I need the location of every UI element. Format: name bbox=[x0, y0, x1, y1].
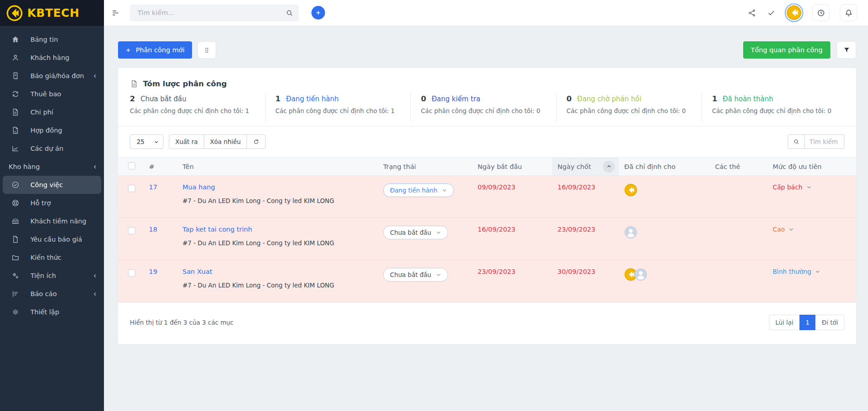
select-all-checkbox[interactable] bbox=[128, 162, 135, 169]
header-assigned[interactable]: Đã chỉ định cho bbox=[619, 158, 710, 176]
sidebar-item-yeu-cau-bao-gia[interactable]: Yêu cầu báo giá bbox=[0, 230, 104, 248]
sidebar-item-khach-hang[interactable]: Khách hàng bbox=[0, 49, 104, 67]
assignee-avatars bbox=[624, 183, 704, 197]
sidebar-item-kien-thuc[interactable]: Kiến thức bbox=[0, 248, 104, 267]
repeat-icon bbox=[11, 90, 20, 98]
header-priority[interactable]: Mức độ ưu tiên bbox=[767, 158, 856, 176]
filter-button[interactable] bbox=[837, 41, 856, 59]
sidebar-item-cong-viec[interactable]: Công việc bbox=[3, 176, 101, 194]
priority-dropdown[interactable]: Cao bbox=[773, 226, 794, 233]
priority-dropdown[interactable]: Cấp bách bbox=[773, 183, 812, 191]
stat-in-progress: 1Đang tiến hành Các phân công được chỉ đ… bbox=[265, 93, 411, 122]
export-button[interactable]: Xuất ra bbox=[169, 134, 204, 149]
task-name-link[interactable]: San Xuat bbox=[182, 268, 212, 275]
check-icon[interactable] bbox=[767, 8, 776, 17]
sidebar-item-thue-bao[interactable]: Thuê bao bbox=[0, 85, 104, 103]
menu-toggle-icon[interactable] bbox=[111, 9, 120, 17]
sidebar-item-cac-du-an[interactable]: Các dự án bbox=[0, 139, 104, 158]
brand-logo[interactable]: KBTECH bbox=[0, 0, 104, 26]
start-date-cell: 23/09/2023 bbox=[472, 260, 552, 302]
file-text-icon bbox=[11, 108, 20, 116]
user-avatar[interactable] bbox=[786, 5, 802, 20]
header-start-date[interactable]: Ngày bắt đầu bbox=[472, 158, 552, 176]
header-due-date[interactable]: Ngày chốt bbox=[552, 158, 619, 176]
chevron-down-icon bbox=[436, 272, 441, 277]
header-id[interactable]: # bbox=[143, 158, 177, 176]
search-icon[interactable] bbox=[286, 9, 293, 17]
row-checkbox[interactable] bbox=[128, 227, 135, 234]
invoice-icon bbox=[11, 72, 20, 80]
clock-icon[interactable] bbox=[812, 4, 829, 21]
projects-icon bbox=[11, 144, 20, 153]
sidebar-item-khach-tiem-nang[interactable]: Khách tiềm năng bbox=[0, 212, 104, 230]
assignee-avatar[interactable] bbox=[624, 226, 637, 239]
sidebar-item-bao-gia-hoa-don[interactable]: Báo giá/hóa đơn bbox=[0, 67, 104, 85]
assignee-avatar[interactable] bbox=[624, 183, 637, 197]
sort-asc-icon[interactable] bbox=[603, 161, 615, 173]
priority-dropdown[interactable]: Bình thường bbox=[773, 268, 820, 275]
topbar bbox=[104, 0, 868, 26]
new-assignment-button[interactable]: Phân công mới bbox=[118, 41, 192, 59]
header-name[interactable]: Tên bbox=[177, 158, 378, 176]
pagination-next-button[interactable]: Đi tới bbox=[815, 315, 844, 330]
stat-awaiting-feedback: 0Đang chờ phản hồi Các phân công được ch… bbox=[556, 93, 702, 122]
share-icon[interactable] bbox=[748, 9, 756, 17]
header-status[interactable]: Trạng thái bbox=[378, 158, 472, 176]
table-toolbar: 25 Xuất ra Xóa nhiều bbox=[118, 126, 856, 154]
header-tags[interactable]: Các thẻ bbox=[710, 158, 767, 176]
contract-icon bbox=[11, 126, 20, 134]
chevron-left-icon bbox=[93, 292, 98, 297]
gears-icon bbox=[11, 272, 20, 280]
pagination: Lùi lại 1 Đi tới bbox=[769, 315, 844, 330]
sidebar-item-chi-phi[interactable]: Chi phí bbox=[0, 103, 104, 121]
task-id-link[interactable]: 17 bbox=[149, 183, 157, 191]
refresh-button[interactable] bbox=[247, 134, 266, 149]
task-project: #7 - Du An LED Kim Long - Cong ty led KI… bbox=[182, 282, 372, 289]
status-dropdown[interactable]: Đang tiến hành bbox=[383, 183, 454, 197]
task-project: #7 - Du An LED Kim Long - Cong ty led KI… bbox=[182, 239, 372, 247]
table-search-icon[interactable] bbox=[788, 134, 805, 149]
task-name-link[interactable]: Mua hang bbox=[182, 183, 215, 191]
life-ring-icon bbox=[11, 199, 20, 207]
table-header-row: # Tên Trạng thái Ngày bắt đầu Ngày chốt … bbox=[118, 158, 856, 176]
pagination-prev-button[interactable]: Lùi lại bbox=[769, 315, 800, 330]
page-size-select[interactable]: 25 bbox=[130, 134, 163, 149]
sidebar-item-thiet-lap[interactable]: Thiết lập bbox=[0, 303, 104, 321]
sidebar-item-kho-hang[interactable]: Kho hàng bbox=[0, 158, 104, 176]
summary-stats: 2Chưa bắt đầu Các phân công được chỉ địn… bbox=[118, 93, 856, 122]
bell-icon[interactable] bbox=[840, 4, 857, 21]
table-search-input[interactable] bbox=[804, 134, 844, 149]
user-icon bbox=[11, 54, 20, 62]
assignee-avatar[interactable] bbox=[634, 268, 647, 281]
sidebar-item-ho-tro[interactable]: Hỗ trợ bbox=[0, 194, 104, 212]
stat-testing: 0Đang kiểm tra Các phân công được chỉ đị… bbox=[410, 93, 556, 122]
pagination-page-1[interactable]: 1 bbox=[799, 315, 816, 330]
sidebar-item-hop-dong[interactable]: Hợp đồng bbox=[0, 121, 104, 139]
due-date-cell: 16/09/2023 bbox=[552, 176, 619, 218]
assignment-overview-button[interactable]: Tổng quan phân công bbox=[743, 41, 830, 59]
tags-cell bbox=[710, 176, 767, 218]
task-name-link[interactable]: Tap ket tai cong trinh bbox=[182, 226, 252, 233]
view-switch-button[interactable] bbox=[197, 41, 216, 59]
table-row: 19 San Xuat #7 - Du An LED Kim Long - Co… bbox=[118, 260, 856, 302]
report-icon bbox=[11, 290, 20, 298]
sidebar-item-tien-ich[interactable]: Tiện ích bbox=[0, 267, 104, 285]
global-search-input[interactable] bbox=[137, 9, 286, 17]
quick-create-button[interactable] bbox=[311, 6, 325, 20]
task-id-link[interactable]: 18 bbox=[149, 226, 157, 233]
status-dropdown[interactable]: Chưa bắt đầu bbox=[383, 268, 448, 282]
sidebar-item-bang-tin[interactable]: Bảng tin bbox=[0, 30, 104, 49]
pagination-info: Hiển thị từ 1 đến 3 của 3 các mục bbox=[130, 319, 234, 326]
card-header: Tóm lược phân công bbox=[118, 68, 856, 93]
app-root: KBTECH Bảng tin Khách hàng Báo giá/hóa đ… bbox=[0, 0, 868, 411]
file-icon bbox=[11, 235, 20, 243]
row-checkbox[interactable] bbox=[128, 185, 135, 192]
card-title: Tóm lược phân công bbox=[143, 79, 227, 88]
bulk-delete-button[interactable]: Xóa nhiều bbox=[204, 134, 247, 149]
status-dropdown[interactable]: Chưa bắt đầu bbox=[383, 226, 448, 239]
task-id-link[interactable]: 19 bbox=[149, 268, 157, 275]
row-checkbox[interactable] bbox=[128, 269, 135, 277]
global-search bbox=[130, 5, 299, 21]
grid-dots-icon bbox=[203, 47, 210, 54]
sidebar-item-bao-cao[interactable]: Báo cáo bbox=[0, 285, 104, 303]
